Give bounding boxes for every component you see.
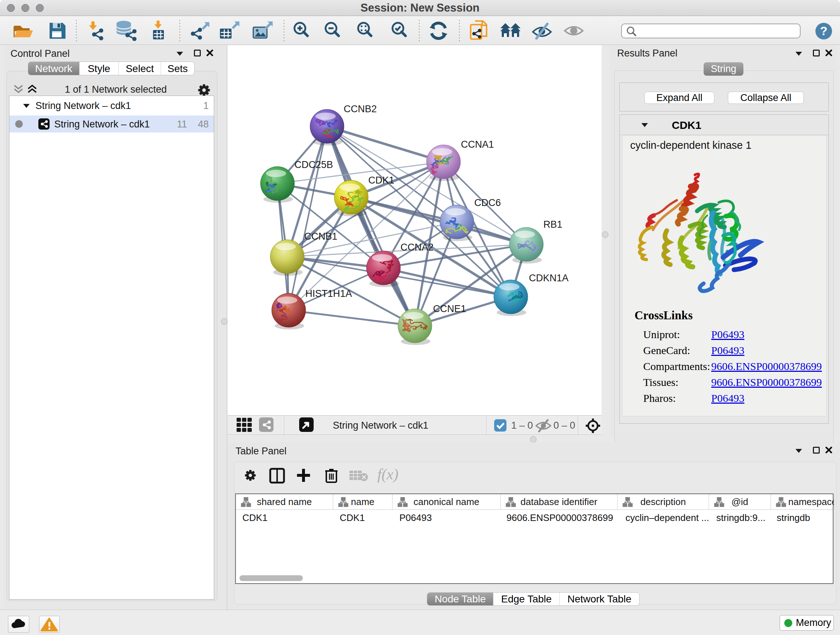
svg-text:CDC25B: CDC25B bbox=[294, 159, 333, 170]
svg-text:CCNB2: CCNB2 bbox=[344, 103, 377, 114]
svg-text:CCNB1: CCNB1 bbox=[304, 231, 338, 242]
svg-text:HIST1H1A: HIST1H1A bbox=[305, 288, 352, 299]
svg-text:CCNA2: CCNA2 bbox=[401, 242, 434, 253]
svg-text:CDKN1A: CDKN1A bbox=[529, 272, 569, 283]
svg-text:CCNE1: CCNE1 bbox=[433, 303, 466, 314]
svg-text:CCNA1: CCNA1 bbox=[461, 139, 494, 150]
svg-text:CDC6: CDC6 bbox=[474, 197, 501, 208]
svg-text:RB1: RB1 bbox=[543, 219, 562, 230]
svg-text:CDK1: CDK1 bbox=[368, 175, 394, 186]
